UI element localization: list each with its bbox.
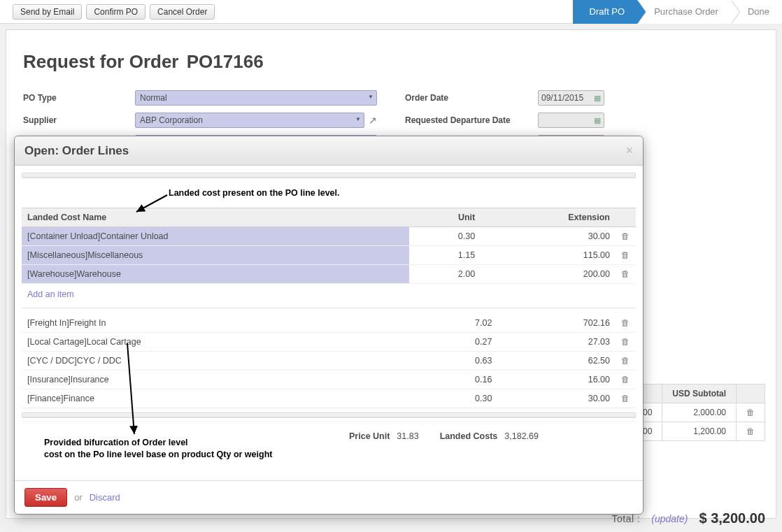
- extension-value: 30.00: [497, 389, 616, 408]
- table-row[interactable]: [Container Unload]Container Unload0.3030…: [22, 227, 636, 246]
- trash-icon[interactable]: 🗑: [616, 265, 636, 284]
- table-row[interactable]: [Finance]Finance0.3030.00🗑: [22, 389, 636, 408]
- unit-value: 0.63: [410, 352, 497, 371]
- close-icon[interactable]: ×: [625, 143, 633, 158]
- extension-value: 200.00: [481, 265, 616, 284]
- table-row[interactable]: [CYC / DDC]CYC / DDC0.6362.50🗑: [22, 352, 636, 371]
- col-extension: Extension: [481, 208, 616, 227]
- col-unit: Unit: [409, 208, 481, 227]
- landed-cost-name[interactable]: [Insurance]Insurance: [22, 371, 410, 389]
- unit-value: 7.02: [410, 314, 497, 333]
- table-row[interactable]: [Local Cartage]Local Cartage0.2727.03🗑: [22, 333, 636, 352]
- trash-icon[interactable]: 🗑: [616, 389, 636, 408]
- table-row[interactable]: [Insurance]Insurance0.1616.00🗑: [22, 371, 636, 389]
- extension-value: 27.03: [497, 333, 616, 352]
- add-item-link[interactable]: Add an item: [22, 284, 636, 305]
- extension-value: 16.00: [497, 371, 616, 389]
- unit-value: 0.16: [410, 371, 497, 389]
- trash-icon[interactable]: 🗑: [616, 314, 636, 333]
- trash-icon[interactable]: 🗑: [616, 352, 636, 371]
- extension-value: 62.50: [497, 352, 616, 371]
- trash-icon[interactable]: 🗑: [616, 371, 636, 389]
- summary-row: Price Unit31.83 Landed Costs3,182.69: [22, 421, 636, 444]
- landed-cost-name[interactable]: [Container Unload]Container Unload: [22, 227, 409, 246]
- unit-value: 1.15: [409, 246, 481, 265]
- trash-icon[interactable]: 🗑: [616, 246, 636, 265]
- discard-link[interactable]: Discard: [90, 492, 120, 503]
- unit-value: 0.30: [410, 389, 497, 408]
- extension-value: 702.16: [497, 314, 616, 333]
- landed-cost-name[interactable]: [Local Cartage]Local Cartage: [22, 333, 410, 352]
- unit-value: 0.27: [410, 333, 497, 352]
- landed-cost-name[interactable]: [Freight In]Freight In: [22, 314, 410, 333]
- col-landed-cost-name: Landed Cost Name: [22, 208, 409, 227]
- landed-cost-table-2: [Freight In]Freight In7.02702.16🗑[Local …: [22, 314, 636, 408]
- extension-value: 115.00: [481, 246, 616, 265]
- trash-icon[interactable]: 🗑: [616, 227, 636, 246]
- landed-cost-name[interactable]: [Warehouse]Warehouse: [22, 265, 409, 284]
- landed-cost-table: Landed Cost Name Unit Extension [Contain…: [22, 208, 636, 284]
- extension-value: 30.00: [481, 227, 616, 246]
- table-row[interactable]: [Freight In]Freight In7.02702.16🗑: [22, 314, 636, 333]
- annotation-landed-cost: Landed cost present on the PO line level…: [169, 188, 340, 198]
- landed-cost-name[interactable]: [Miscellaneous]Miscellaneous: [22, 246, 409, 265]
- unit-value: 0.30: [409, 227, 481, 246]
- collapsed-section[interactable]: [22, 173, 636, 178]
- collapsed-section[interactable]: [22, 412, 636, 418]
- landed-cost-name[interactable]: [CYC / DDC]CYC / DDC: [22, 352, 410, 371]
- unit-value: 2.00: [409, 265, 481, 284]
- table-row[interactable]: [Miscellaneous]Miscellaneous1.15115.00🗑: [22, 246, 636, 265]
- trash-icon[interactable]: 🗑: [616, 333, 636, 352]
- save-button[interactable]: Save: [24, 488, 67, 507]
- landed-cost-name[interactable]: [Finance]Finance: [22, 389, 410, 408]
- order-lines-modal: Open: Order Lines × Landed cost present …: [14, 136, 644, 515]
- table-row[interactable]: [Warehouse]Warehouse2.00200.00🗑: [22, 265, 636, 284]
- modal-title: Open: Order Lines: [24, 144, 129, 158]
- or-text: or: [74, 492, 83, 503]
